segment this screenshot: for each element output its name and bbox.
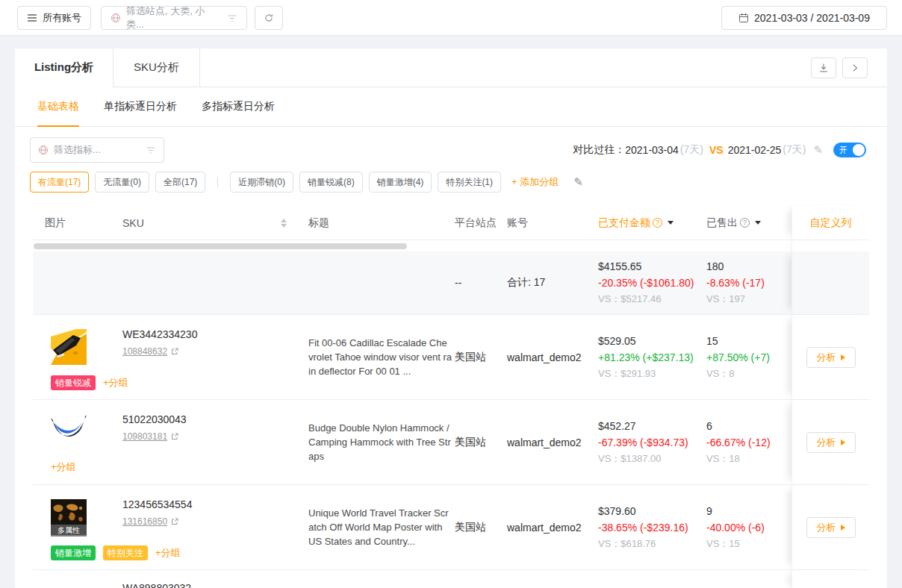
chip-has-traffic[interactable]: 有流量(17) <box>30 172 89 193</box>
compare-date1: 2021-03-04 <box>625 144 679 156</box>
analyze-button[interactable]: 分析 <box>806 517 856 538</box>
chip-slow-moving[interactable]: 近期滞销(0) <box>230 172 293 193</box>
row-paid-change: -67.39% (-$934.73) <box>598 434 706 451</box>
calendar-icon <box>738 13 749 23</box>
subtab-single-label: 单指标逐日分析 <box>104 100 177 113</box>
subtab-basic-table[interactable]: 基础表格 <box>37 87 79 126</box>
row-paid-value: $452.27 <box>598 418 706 434</box>
chip-label: 销量激增(4) <box>377 176 424 189</box>
all-accounts-label: 所有账号 <box>43 11 81 25</box>
row-paid-vs: VS：$291.93 <box>598 366 706 382</box>
row-badges: 销量激增 特别关注 +分组 <box>51 545 181 560</box>
chip-all[interactable]: 全部(17) <box>155 172 205 193</box>
row-title: Unique World Travel Tracker Scratch Off … <box>308 506 452 548</box>
subtab-multi-label: 多指标逐日分析 <box>202 100 275 113</box>
download-button[interactable] <box>811 57 836 78</box>
toggle-knob <box>853 144 865 156</box>
help-icon[interactable]: ? <box>653 218 662 228</box>
item-id-link[interactable]: 131616850 <box>122 516 167 527</box>
subtab-multi-metric[interactable]: 多指标逐日分析 <box>202 87 275 126</box>
collapse-panel-button[interactable] <box>842 57 868 78</box>
row-sold-vs: VS：8 <box>706 366 791 382</box>
header-title: 标题 <box>308 216 455 230</box>
item-id-link[interactable]: 109803181 <box>122 431 167 442</box>
car-visor-image <box>51 329 87 365</box>
row-sold-value: 6 <box>706 418 791 434</box>
filter-row: 筛选指标... 对比过往： 2021-03-04 (7天) VS 2021-02… <box>15 127 887 163</box>
row-sku: WA898803032 <box>122 582 308 588</box>
product-image[interactable] <box>51 414 87 450</box>
table-row-partial: WA898803032 <box>33 570 869 588</box>
badge-sales-surge: 销量激增 <box>51 545 96 560</box>
hammock-image <box>51 414 87 450</box>
row-paid-change: -38.65% (-$239.16) <box>598 519 706 536</box>
chip-no-traffic[interactable]: 无流量(0) <box>95 172 149 193</box>
help-icon[interactable]: ? <box>740 218 750 228</box>
analyze-label: 分析 <box>817 351 836 364</box>
row-title: Fit 00-06 Cadillac Escalade Chevrolet Ta… <box>308 336 452 378</box>
metric-filter-select[interactable]: 筛选指标... <box>30 137 164 163</box>
chip-label: 全部(17) <box>164 176 197 189</box>
all-accounts-button[interactable]: 所有账号 <box>17 6 91 30</box>
add-to-group-button[interactable]: +分组 <box>51 460 76 474</box>
table-header-row: 图片 SKU 标题 平台站点 账号 已支付金额 ? 已售出 ? 自定义列 <box>33 206 869 240</box>
chip-special-watch[interactable]: 特别关注(1) <box>438 172 501 193</box>
fixed-col-filler <box>791 240 869 251</box>
row-sold-vs: VS：18 <box>706 451 791 467</box>
download-icon <box>818 63 829 73</box>
summary-sold-value: 180 <box>706 258 791 275</box>
hscrollbar-thumb[interactable] <box>34 243 407 249</box>
compare-toggle[interactable]: 开 <box>833 143 866 157</box>
row-sku: 51022030043 <box>122 413 308 425</box>
edit-compare-icon[interactable]: ✎ <box>813 143 823 157</box>
summary-paid-change: -20.35% (-$1061.80) <box>598 275 706 291</box>
product-image[interactable]: 多属性 <box>51 499 87 535</box>
header-account: 账号 <box>507 216 598 230</box>
tab-listing-analysis[interactable]: Listing分析 <box>15 49 113 87</box>
chip-sales-surge[interactable]: 销量激增(4) <box>369 172 432 193</box>
row-sold-vs: VS：15 <box>706 536 791 552</box>
sort-icon[interactable] <box>281 216 287 231</box>
header-sold: 已售出 <box>706 216 738 230</box>
refresh-button[interactable] <box>255 6 283 30</box>
row-title: Budge Double Nylon Hammock / Camping Ham… <box>308 421 452 463</box>
subtab-single-metric[interactable]: 单指标逐日分析 <box>104 87 177 126</box>
row-badges: +分组 <box>51 460 76 474</box>
compare-past-bar: 对比过往： 2021-03-04 (7天) VS 2021-02-25 (7天)… <box>573 143 866 157</box>
analyze-button[interactable]: 分析 <box>806 347 856 368</box>
tab-bar: Listing分析 SKU分析 <box>15 49 887 87</box>
item-id-link[interactable]: 108848632 <box>122 346 167 357</box>
date-range-picker[interactable]: 2021-03-03 / 2021-03-09 <box>721 6 887 30</box>
product-image[interactable] <box>51 329 87 365</box>
fixed-col-filler <box>791 251 869 314</box>
header-custom-columns[interactable]: 自定义列 <box>810 216 852 230</box>
header-paid-amount: 已支付金额 <box>598 216 650 230</box>
external-link-icon[interactable] <box>171 433 178 440</box>
row-account: walmart_demo2 <box>507 522 582 534</box>
add-group-button[interactable]: + 添加分组 <box>511 175 559 189</box>
add-to-group-button[interactable]: +分组 <box>155 546 181 560</box>
caret-down-icon[interactable] <box>668 221 674 228</box>
globe-icon <box>38 145 49 155</box>
external-link-icon[interactable] <box>171 348 178 355</box>
table-row: 多属性 123456534554 131616850 销量激增 特别关注 +分组… <box>33 485 869 570</box>
subtab-basic-label: 基础表格 <box>37 100 79 113</box>
toggle-on-label: 开 <box>839 145 847 156</box>
row-sku: WE3442334230 <box>122 328 308 340</box>
analyze-button[interactable]: 分析 <box>806 432 856 453</box>
tab-sku-analysis[interactable]: SKU分析 <box>113 49 200 87</box>
multi-variant-overlay: 多属性 <box>51 525 87 537</box>
caret-down-icon[interactable] <box>755 221 761 228</box>
row-account: walmart_demo2 <box>507 437 582 448</box>
compare-days1: (7天) <box>680 143 703 157</box>
chevron-right-icon <box>850 63 859 72</box>
add-to-group-button[interactable]: +分组 <box>103 376 128 390</box>
chip-sales-drop[interactable]: 销量锐减(8) <box>299 172 363 193</box>
chip-label: 有流量(17) <box>38 176 81 189</box>
tab-actions <box>811 49 887 87</box>
compare-date2: 2021-02-25 <box>728 144 782 156</box>
edit-groups-icon[interactable]: ✎ <box>573 175 583 189</box>
external-link-icon[interactable] <box>171 518 178 525</box>
site-category-filter[interactable]: 筛选站点, 大类, 小类... <box>101 6 247 30</box>
row-account: walmart_demo2 <box>507 351 582 363</box>
